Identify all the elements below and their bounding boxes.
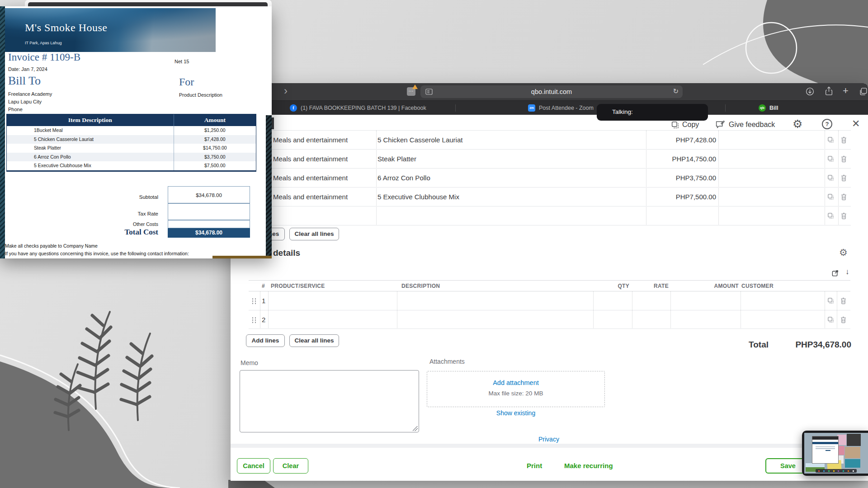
duplicate-row-icon[interactable] bbox=[827, 136, 835, 145]
invoice-note: Make all checks payable to Company Name bbox=[5, 243, 98, 249]
item-details-gear-icon[interactable]: ⚙ bbox=[839, 247, 848, 258]
give-feedback-button[interactable]: Give feedback bbox=[729, 121, 775, 129]
copy-button[interactable]: Copy bbox=[682, 121, 699, 129]
duplicate-row-icon[interactable] bbox=[827, 212, 835, 221]
pip-invoice-window bbox=[812, 436, 839, 464]
extension-icon[interactable]: ⋯ bbox=[407, 87, 415, 96]
category-row[interactable]: Meals and entertainment 5 Chicken Casser… bbox=[231, 131, 851, 150]
duplicate-row-icon[interactable] bbox=[827, 155, 835, 164]
category-row[interactable]: Meals and entertainment Steak Platter PH… bbox=[231, 150, 851, 169]
col-amount: AMOUNT bbox=[693, 283, 739, 289]
clear-button[interactable]: Clear bbox=[273, 458, 308, 474]
invoice-items-table: Item Description Amount 1Bucket Meal $1,… bbox=[6, 114, 256, 172]
privacy-link[interactable]: Privacy bbox=[538, 436, 559, 443]
delete-row-icon[interactable] bbox=[840, 193, 848, 202]
total-cost-label: Total Cost bbox=[68, 228, 158, 237]
pip-collage-tile bbox=[845, 447, 860, 458]
item-row[interactable]: 1 bbox=[249, 291, 850, 310]
memo-resize-handle[interactable] bbox=[413, 426, 418, 431]
item-details-heading: details bbox=[273, 248, 300, 258]
give-feedback-icon[interactable] bbox=[715, 120, 725, 131]
delete-row-icon[interactable] bbox=[840, 212, 848, 221]
pip-collage-tile bbox=[837, 435, 846, 445]
invoice-bottom-edge bbox=[212, 256, 272, 258]
delete-row-icon[interactable] bbox=[840, 297, 847, 306]
downloads-icon[interactable] bbox=[806, 87, 814, 98]
item-table-body: 1 2 bbox=[249, 291, 850, 329]
wallpaper-wedge bbox=[228, 480, 275, 488]
cancel-button[interactable]: Cancel bbox=[237, 458, 270, 474]
invoice-app-titlebar-dark bbox=[28, 2, 268, 6]
subtotal-value: $34,678.00 bbox=[168, 186, 250, 203]
new-tab-icon[interactable]: + bbox=[843, 85, 849, 97]
talking-text: Talking: bbox=[612, 108, 633, 115]
memo-label: Memo bbox=[241, 359, 258, 366]
memo-input[interactable] bbox=[240, 370, 419, 432]
clear-all-lines-button-category[interactable]: Clear all lines bbox=[289, 228, 339, 240]
page-title-partial bbox=[272, 117, 274, 129]
help-icon[interactable]: ? bbox=[822, 119, 832, 129]
make-recurring-link[interactable]: Make recurring bbox=[564, 462, 613, 469]
invoice-right-border bbox=[266, 115, 272, 258]
category-row-empty[interactable] bbox=[231, 206, 851, 225]
bill-to-line: Phone bbox=[8, 107, 23, 112]
invoice-table-header: Item Description Amount bbox=[7, 114, 256, 126]
quickbooks-icon: qb bbox=[759, 104, 766, 112]
delete-row-icon[interactable] bbox=[840, 316, 847, 325]
address-bar[interactable]: qbo.intuit.com ↻ bbox=[420, 85, 683, 98]
share-icon[interactable] bbox=[825, 86, 833, 98]
bill-to-heading: Bill To bbox=[8, 74, 41, 88]
sort-down-icon[interactable]: ↓ bbox=[845, 267, 849, 277]
bill-to-line: Lapu Lapu City bbox=[8, 99, 42, 104]
invoice-row: 1Bucket Meal $1,250.00 bbox=[7, 126, 256, 135]
invoice-preview-window: M's Smoke House IT Park, Apas Lahug Invo… bbox=[0, 6, 272, 258]
col-customer: CUSTOMER bbox=[741, 283, 774, 289]
drag-handle-icon[interactable] bbox=[251, 298, 257, 305]
tab-overview-icon[interactable] bbox=[859, 87, 868, 98]
close-icon[interactable]: ✕ bbox=[852, 118, 860, 130]
total-value: PHP34,678.00 bbox=[747, 340, 851, 350]
show-existing-link[interactable]: Show existing bbox=[427, 409, 605, 417]
duplicate-row-icon[interactable] bbox=[827, 297, 835, 306]
duplicate-row-icon[interactable] bbox=[827, 316, 835, 325]
invoice-number: Invoice # 1109-B bbox=[8, 52, 80, 63]
browser-window: ‹ › ⋯ qbo.intuit.com ↻ + f bbox=[231, 83, 868, 481]
reload-icon[interactable]: ↻ bbox=[673, 87, 679, 95]
clear-all-lines-button-item[interactable]: Clear all lines bbox=[289, 334, 339, 347]
invoice-company-name: M's Smoke House bbox=[25, 22, 108, 34]
add-attachment-link[interactable]: Add attachment bbox=[427, 379, 604, 386]
bill-to-line: Freelance Academy bbox=[8, 91, 52, 97]
item-row[interactable]: 2 bbox=[249, 310, 850, 329]
drag-handle-icon[interactable] bbox=[251, 317, 257, 324]
add-lines-button-item[interactable]: Add lines bbox=[246, 334, 285, 347]
print-link[interactable]: Print bbox=[527, 462, 542, 469]
category-row[interactable]: Meals and entertainment 5 Executive Club… bbox=[231, 188, 851, 206]
delete-row-icon[interactable] bbox=[840, 155, 848, 164]
invoice-note: If you have any questions concerning thi… bbox=[5, 251, 189, 256]
invoice-row: 6 Arroz Con Pollo $3,750.00 bbox=[7, 153, 256, 162]
wallpaper-wave-bottom-left bbox=[0, 361, 176, 488]
copy-icon[interactable] bbox=[671, 121, 679, 131]
duplicate-row-icon[interactable] bbox=[827, 174, 835, 183]
category-row[interactable]: Meals and entertainment 6 Arroz Con Poll… bbox=[231, 169, 851, 188]
extension-warning-badge bbox=[412, 84, 418, 89]
invoice-row: Steak Platter $14,750.00 bbox=[7, 144, 256, 153]
invoice-app-titlebar[interactable] bbox=[25, 0, 272, 6]
attachment-dropzone[interactable]: Add attachment Max file size: 20 MB bbox=[427, 371, 605, 407]
invoice-header-image: M's Smoke House IT Park, Apas Lahug bbox=[5, 8, 216, 52]
desktop-background: ‹ › ⋯ qbo.intuit.com ↻ + f bbox=[0, 0, 868, 488]
col-rate: RATE bbox=[623, 283, 669, 289]
tab-divider bbox=[725, 104, 726, 112]
forward-button[interactable]: › bbox=[284, 84, 288, 97]
facebook-icon: f bbox=[290, 104, 297, 112]
delete-row-icon[interactable] bbox=[840, 174, 848, 183]
settings-gear-icon[interactable]: ⚙ bbox=[793, 117, 802, 131]
duplicate-row-icon[interactable] bbox=[827, 193, 835, 202]
item-details-table: # PRODUCT/SERVICE DESCRIPTION QTY RATE A… bbox=[249, 280, 850, 329]
col-product-service: PRODUCT/SERVICE bbox=[271, 283, 325, 289]
video-pip-thumbnail[interactable] bbox=[802, 431, 868, 476]
tab-divider bbox=[455, 104, 456, 112]
pip-dock bbox=[816, 469, 856, 473]
export-icon[interactable] bbox=[831, 269, 839, 279]
delete-row-icon[interactable] bbox=[840, 136, 848, 145]
